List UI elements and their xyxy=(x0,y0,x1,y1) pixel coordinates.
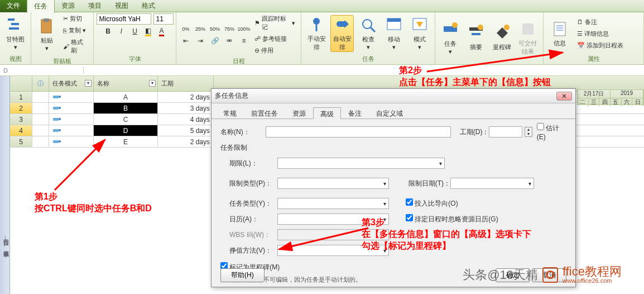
dlg-tab-notes[interactable]: 备注 xyxy=(341,107,369,118)
indent-button[interactable]: ⇥ xyxy=(194,35,206,46)
ignore-calendar-checkbox[interactable] xyxy=(406,214,413,221)
auto-schedule-button[interactable]: 自动安排 xyxy=(330,15,354,52)
move-button[interactable]: 移动 ▾ xyxy=(382,15,406,52)
watermark: 头条@10天精 O ffice教程网 www.office26.com xyxy=(463,265,622,284)
summary-icon xyxy=(467,24,485,42)
row-number[interactable]: 3 xyxy=(10,114,32,125)
outdent-button[interactable]: ⇤ xyxy=(180,35,192,46)
track-marker-button[interactable]: ⚑跟踪时标记 ▾ xyxy=(252,13,297,32)
cut-button[interactable]: ✂剪切 xyxy=(61,13,90,24)
dropdown-icon[interactable]: ▾ xyxy=(149,80,156,87)
tab-task[interactable]: 任务 xyxy=(27,0,55,13)
constraint-date-label: 限制日期(T)： xyxy=(400,179,450,188)
close-button[interactable]: ✕ xyxy=(556,92,572,101)
dlg-tab-resource[interactable]: 资源 xyxy=(285,107,313,118)
effort-driven-checkbox[interactable] xyxy=(406,198,413,206)
manual-schedule-button[interactable]: 手动安排 xyxy=(305,15,328,52)
summary-button[interactable]: 摘要 xyxy=(464,20,488,56)
dialog-titlebar: 多任务信息 ✕ xyxy=(212,89,575,103)
name-cell[interactable]: B xyxy=(94,103,158,113)
row-number[interactable]: 5 xyxy=(10,136,32,147)
underline-button[interactable]: U xyxy=(129,26,141,37)
pct-75-button[interactable]: 75% xyxy=(223,23,236,35)
calendar-select[interactable] xyxy=(277,214,389,225)
pct-50-button[interactable]: 50% xyxy=(209,23,221,35)
name-box[interactable]: D xyxy=(0,67,84,74)
col-task-mode[interactable]: 任务模式▾ xyxy=(49,76,94,91)
tab-resource[interactable]: 资源 xyxy=(55,0,81,12)
paste-button[interactable]: 粘贴 ▾ xyxy=(35,16,59,53)
tab-view[interactable]: 视图 xyxy=(108,0,135,12)
format-painter-button[interactable]: 🖌格式刷 xyxy=(61,37,90,56)
milestone-button[interactable]: 里程碑 xyxy=(491,20,514,56)
ev-method-select[interactable] xyxy=(277,245,389,256)
mode-cell xyxy=(49,125,94,136)
task-type-select[interactable] xyxy=(277,198,389,209)
duration-cell[interactable]: 2 days xyxy=(158,136,214,147)
duration-cell[interactable]: 2 days xyxy=(158,92,214,102)
reference-link-button[interactable]: ☍参考链接 xyxy=(252,34,297,44)
svg-rect-30 xyxy=(53,118,59,121)
unlink-button[interactable]: ⚮ xyxy=(223,35,236,46)
dropdown-icon[interactable]: ▾ xyxy=(85,80,92,87)
inspect-button[interactable]: 检查 ▾ xyxy=(356,15,379,52)
name-input[interactable] xyxy=(266,126,450,137)
col-duration[interactable]: 工期 xyxy=(158,76,214,91)
information-button[interactable]: 信息 xyxy=(547,15,573,52)
row-number[interactable]: 1 xyxy=(10,92,32,102)
dlg-tab-custom[interactable]: 自定义域 xyxy=(369,107,410,118)
svg-point-27 xyxy=(59,96,61,98)
deliverable-button[interactable]: 可交付结果 xyxy=(516,20,540,56)
estimate-checkbox[interactable] xyxy=(537,123,544,130)
constraint-type-select[interactable] xyxy=(277,178,389,189)
indicator-cell xyxy=(32,125,49,136)
pct-100-button[interactable]: 100% xyxy=(238,23,250,35)
disable-button[interactable]: ⊖停用 xyxy=(252,45,297,56)
row-number[interactable]: 2 xyxy=(10,103,32,113)
duration-cell[interactable]: 4 days xyxy=(158,114,214,125)
task-insert-button[interactable]: 任务 ▾ xyxy=(439,20,462,56)
link-button[interactable]: 🔗 xyxy=(209,35,221,46)
duration-cell[interactable]: 5 days xyxy=(158,125,214,136)
row-number[interactable]: 4 xyxy=(10,125,32,136)
duration-input[interactable] xyxy=(489,126,522,137)
name-cell[interactable]: A xyxy=(94,92,158,102)
constraint-date-select[interactable] xyxy=(450,178,534,189)
pct-25-button[interactable]: 25% xyxy=(194,23,206,35)
dlg-tab-advanced[interactable]: 高级 xyxy=(313,107,341,119)
add-timeline-button[interactable]: 📅添加到日程表 xyxy=(575,40,626,51)
font-color-button[interactable]: A xyxy=(156,26,168,37)
note-icon: 🗒 xyxy=(577,18,583,25)
tab-format[interactable]: 格式 xyxy=(135,0,162,12)
deadline-select[interactable] xyxy=(277,158,445,169)
fill-color-button[interactable]: ◧ xyxy=(142,26,155,37)
name-cell[interactable]: E xyxy=(94,136,158,147)
tab-file[interactable]: 文件 xyxy=(0,0,27,12)
col-indicator[interactable]: ⓘ xyxy=(32,76,49,91)
gantt-chart-button[interactable]: 甘特图 ▾ xyxy=(3,15,27,52)
manual-mode-icon xyxy=(52,105,61,112)
help-button[interactable]: 帮助(H) xyxy=(220,268,265,282)
details-button[interactable]: ☰详细信息 xyxy=(575,29,626,39)
font-size-input[interactable] xyxy=(153,13,174,25)
bold-button[interactable]: B xyxy=(102,26,114,37)
dlg-tab-predecessor[interactable]: 前置任务 xyxy=(244,107,285,118)
pct-0-button[interactable]: 0% xyxy=(180,23,192,35)
tab-project[interactable]: 项目 xyxy=(81,0,108,12)
split-button[interactable]: ≡ xyxy=(238,35,250,46)
duration-cell[interactable]: 3 days xyxy=(158,103,214,113)
name-label: 名称(N)： xyxy=(220,127,266,137)
mode-button[interactable]: 模式 ▾ xyxy=(408,15,431,52)
name-cell[interactable]: C xyxy=(94,114,158,125)
copy-button[interactable]: ⎘复制 ▾ xyxy=(61,25,90,36)
col-name[interactable]: 名称▾ xyxy=(94,76,158,91)
notes-button[interactable]: 🗒备注 xyxy=(575,17,626,27)
italic-button[interactable]: I xyxy=(116,26,128,37)
font-name-input[interactable] xyxy=(97,13,151,25)
bucket-icon: ◧ xyxy=(145,27,151,36)
dlg-tab-general[interactable]: 常规 xyxy=(216,107,244,118)
name-cell[interactable]: D xyxy=(94,125,158,136)
duration-spinner[interactable]: ▲▼ xyxy=(525,127,532,137)
mode-cell xyxy=(49,92,94,102)
indent-icon: ⇥ xyxy=(198,37,203,45)
